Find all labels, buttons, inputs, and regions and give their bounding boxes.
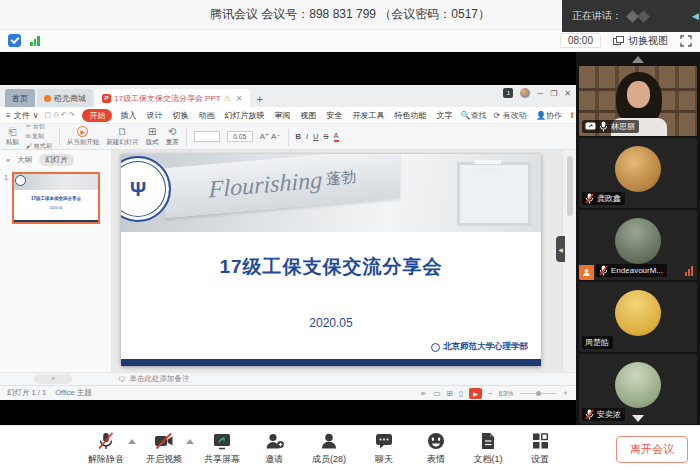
menu-item-text[interactable]: 文字 xyxy=(434,109,454,122)
reset-button[interactable]: ⟲重置 xyxy=(166,127,179,147)
participant-avatar xyxy=(615,146,661,192)
members-button[interactable]: 成员(28) xyxy=(300,431,358,466)
changes-status[interactable]: ⟳ 有改动· xyxy=(493,110,529,121)
emoji-button[interactable]: 表情 xyxy=(410,431,462,466)
sorter-view-icon[interactable]: ⊞ xyxy=(447,389,453,398)
settings-button[interactable]: 设置 xyxy=(514,431,566,466)
menu-item-review[interactable]: 审阅 xyxy=(272,109,292,122)
font-size-box[interactable]: 0.05 xyxy=(227,131,253,142)
bold-button[interactable]: B xyxy=(296,132,301,141)
search-button[interactable]: 🔍查找 xyxy=(460,110,486,121)
paste-button[interactable]: ⎗粘贴 xyxy=(6,127,19,147)
play-from-current-button[interactable]: ▶从当前开始 xyxy=(67,126,100,147)
mic-on-icon xyxy=(599,121,608,132)
notification-badge[interactable]: 1 xyxy=(503,88,513,98)
start-video-button[interactable]: 开启视频 xyxy=(138,431,190,466)
mic-options-caret[interactable] xyxy=(128,439,136,444)
outline-tab[interactable]: 大纲 xyxy=(17,155,32,165)
font-grow-shrink[interactable]: A⁺ A⁻ xyxy=(260,132,281,141)
zoom-out-icon[interactable]: − xyxy=(488,389,492,398)
menu-item-features[interactable]: 特色功能 xyxy=(392,109,428,122)
slide-page[interactable]: Flourishing 蓬勃 Ψ 17级工保支保交流分享会 2020.05 北京… xyxy=(121,154,541,366)
paste-icon: ⎗ xyxy=(9,127,17,137)
wps-account-avatar[interactable] xyxy=(520,88,530,98)
panel-collapse-tab[interactable]: ◀ xyxy=(556,236,565,262)
slideshow-play-button[interactable]: ▶ xyxy=(469,388,482,399)
cut-button[interactable]: ✂ 剪切 xyxy=(26,124,52,131)
zoom-slider[interactable] xyxy=(520,393,556,394)
panel-collapse-button[interactable]: « xyxy=(6,156,10,165)
screen-share-icon xyxy=(585,122,596,131)
menu-item-animation[interactable]: 动画 xyxy=(196,109,216,122)
participant-tile[interactable]: 安奕浓 xyxy=(579,354,697,424)
participant-tile[interactable]: EndeavourM... xyxy=(579,210,697,280)
underline-button[interactable]: U xyxy=(313,132,318,141)
reading-view-icon[interactable]: ▯ xyxy=(459,389,463,398)
quick-access-icons[interactable]: ▢⎙↶↷ xyxy=(45,111,77,119)
zoom-in-icon[interactable]: ＋ xyxy=(562,388,570,398)
tab-document-active[interactable]: P 17级工保支保交流分享会.PPT ⚠ ✕ xyxy=(95,89,250,107)
leave-meeting-button[interactable]: 离开会议 xyxy=(616,436,688,463)
collab-button[interactable]: 👤协作 xyxy=(536,110,562,121)
settings-grid-icon xyxy=(531,431,550,451)
notes-placeholder[interactable]: 🗨 单击此处添加备注 xyxy=(118,374,190,384)
participant-name: 林思丽 xyxy=(611,121,635,132)
format-painter-button[interactable]: 🖌 格式刷 xyxy=(26,142,52,150)
chat-button[interactable]: 聊天 xyxy=(358,431,410,466)
slide-thumbnail[interactable]: 17级工保支保交流分享会 2020.05 xyxy=(12,172,100,224)
slides-tab[interactable]: 幻灯片 xyxy=(39,154,74,166)
ppt-file-icon: P xyxy=(102,94,111,103)
minimize-icon[interactable]: ─ xyxy=(537,89,543,98)
shared-screen-stage: 首页 稻壳商城 P 17级工保支保交流分享会.PPT ⚠ ✕ + 1 ─ ❒ ✕… xyxy=(0,52,700,425)
docs-button[interactable]: 文档(1) xyxy=(462,431,514,466)
file-menu[interactable]: ≡ 文件 ∨ xyxy=(6,110,39,121)
new-slide-button[interactable]: 🗋新建幻灯片 xyxy=(106,127,139,147)
share-icon: ⬆ xyxy=(569,111,576,120)
scroll-up-icon[interactable] xyxy=(632,56,644,63)
share-screen-button[interactable]: 共享屏幕 xyxy=(196,431,248,466)
menu-item-design[interactable]: 设计 xyxy=(144,109,164,122)
maximize-icon[interactable]: ❒ xyxy=(550,89,557,98)
font-name-box[interactable] xyxy=(194,131,220,142)
slide-header-photo: Flourishing 蓬勃 Ψ xyxy=(121,154,541,232)
strikethrough-button[interactable]: S xyxy=(324,132,329,141)
camera-off-icon xyxy=(153,431,175,451)
close-window-icon[interactable]: ✕ xyxy=(564,89,571,98)
menu-item-security[interactable]: 安全 xyxy=(324,109,344,122)
italic-button[interactable]: I xyxy=(306,132,308,141)
meeting-statusbar: 08:00 切换视图 xyxy=(0,30,700,52)
switch-view-button[interactable]: 切换视图 xyxy=(613,34,668,48)
participant-tile[interactable]: 龚政鑫 xyxy=(579,138,697,208)
menu-item-home[interactable]: 开始 xyxy=(82,109,112,122)
unmute-button[interactable]: 解除静音 xyxy=(80,431,132,466)
tab-home[interactable]: 首页 xyxy=(5,89,35,107)
share-button[interactable]: ⬆分享 xyxy=(569,110,576,121)
menu-item-insert[interactable]: 插入 xyxy=(118,109,138,122)
mic-muted-icon xyxy=(585,193,594,204)
vertical-scrollbar[interactable] xyxy=(567,156,573,216)
copy-button[interactable]: ⧉ 复制 xyxy=(26,132,52,141)
participant-tile[interactable]: 周楚皓 xyxy=(579,282,697,352)
security-shield-icon[interactable] xyxy=(8,34,21,47)
participant-name: 周楚皓 xyxy=(585,337,609,348)
collapse-arrow-icon[interactable]: ◀ xyxy=(692,11,700,21)
menu-item-transition[interactable]: 切换 xyxy=(170,109,190,122)
menu-item-slideshow[interactable]: 幻灯片放映 xyxy=(222,109,266,122)
menu-item-devtools[interactable]: 开发工具 xyxy=(350,109,386,122)
participant-tile[interactable]: 林思丽 xyxy=(579,66,697,136)
font-color-button[interactable]: A xyxy=(334,131,339,142)
video-options-caret[interactable] xyxy=(186,439,194,444)
participant-avatar xyxy=(615,290,661,336)
close-tab-icon[interactable]: ✕ xyxy=(236,94,243,103)
add-slide-button[interactable]: + xyxy=(34,374,72,384)
fullscreen-icon[interactable] xyxy=(680,35,692,47)
layout-button[interactable]: ⊞版式 xyxy=(146,127,159,147)
new-tab-button[interactable]: + xyxy=(257,93,263,107)
scroll-down-icon[interactable] xyxy=(632,415,644,422)
tab-store[interactable]: 稻壳商城 xyxy=(37,89,93,107)
normal-view-icon[interactable]: ▭ xyxy=(434,389,441,398)
invite-button[interactable]: 邀请 xyxy=(248,431,300,466)
view-notes-icon[interactable]: ≡· xyxy=(421,389,428,398)
menu-item-view[interactable]: 视图 xyxy=(298,109,318,122)
mini-seal-icon xyxy=(431,343,440,352)
